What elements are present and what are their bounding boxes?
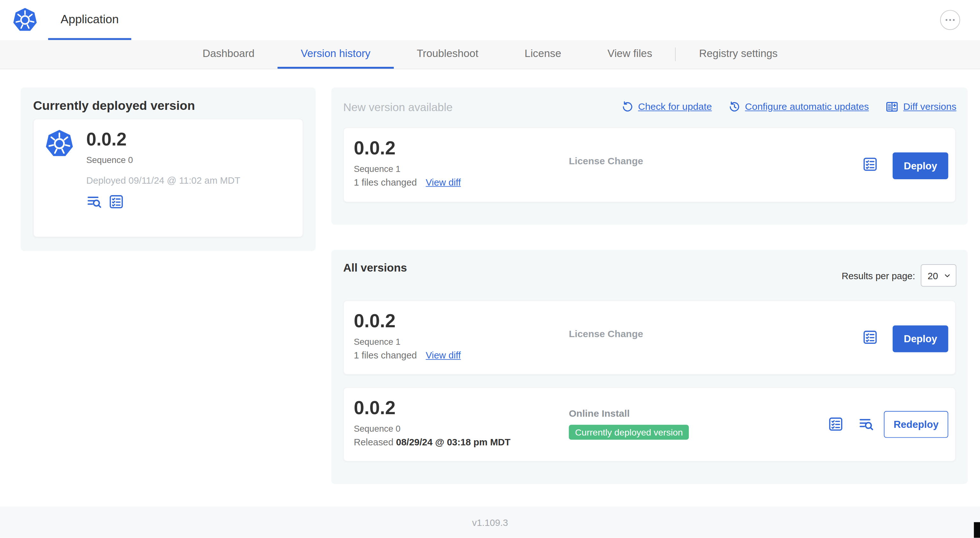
app-window: Application Dashboard Version history Tr… [0, 0, 980, 538]
tab-application[interactable]: Application [48, 0, 131, 40]
logs-icon [86, 194, 103, 210]
results-per-page-select[interactable]: 20 [921, 264, 956, 287]
new-version-actions: Check for update Configure automatic upd… [621, 100, 956, 114]
top-header: Application [0, 0, 980, 40]
files-changed-label: 1 files changed [354, 177, 417, 187]
view-logs-button[interactable] [86, 194, 103, 210]
diff-versions-label: Diff versions [903, 101, 956, 113]
subnav-tab-label: Troubleshoot [417, 47, 478, 60]
kubernetes-logo-icon [13, 8, 37, 32]
subnav-tab-license[interactable]: License [501, 40, 584, 69]
checklist-icon [862, 329, 878, 345]
version-sequence: Sequence 0 [354, 424, 401, 433]
more-options-button[interactable] [940, 10, 960, 30]
release-notes-button[interactable] [862, 156, 878, 173]
new-version-card: New version available Check for update C… [331, 87, 967, 225]
currently-deployed-title: Currently deployed version [33, 99, 195, 113]
release-notes-button[interactable] [862, 329, 878, 345]
files-changed-label: 1 files changed [354, 350, 417, 360]
checklist-icon [862, 156, 878, 173]
diff-icon [885, 100, 899, 114]
version-number: 0.0.2 [354, 398, 395, 418]
redeploy-button[interactable]: Redeploy [884, 411, 948, 438]
results-per-page-label: Results per page: [842, 270, 915, 281]
release-notes-button[interactable] [828, 416, 844, 432]
deploy-button[interactable]: Deploy [893, 325, 948, 352]
subnav-tab-label: Registry settings [699, 47, 778, 60]
view-diff-link[interactable]: View diff [426, 177, 461, 187]
subnav-tab-label: Version history [301, 47, 371, 60]
released-date: 08/29/24 @ 03:18 pm MDT [396, 436, 511, 447]
subnav-tab-version-history[interactable]: Version history [277, 40, 393, 69]
version-number: 0.0.2 [354, 311, 395, 331]
deployed-sequence: Sequence 0 [86, 155, 240, 165]
footer: v1.109.3 [0, 506, 980, 538]
results-per-page: Results per page: 20 [842, 264, 956, 287]
new-version-row: 0.0.2 Sequence 1 1 files changed View di… [343, 127, 956, 202]
new-version-title: New version available [343, 101, 453, 114]
version-source: License Change [569, 156, 643, 167]
view-diff-link[interactable]: View diff [426, 350, 461, 360]
configure-automatic-updates-link[interactable]: Configure automatic updates [728, 101, 869, 113]
subnav-tab-label: Dashboard [203, 47, 255, 60]
results-per-page-value: 20 [928, 270, 938, 281]
scrollbar-thumb[interactable] [974, 522, 980, 538]
kubernetes-logo-icon [45, 129, 73, 158]
tab-application-label: Application [60, 12, 119, 26]
refresh-icon [621, 101, 634, 113]
logs-icon [858, 416, 875, 432]
subnav-tab-dashboard[interactable]: Dashboard [179, 40, 277, 69]
chevron-down-icon [943, 271, 951, 279]
deployed-timestamp: Deployed 09/11/24 @ 11:02 am MDT [86, 175, 240, 185]
release-notes-button[interactable] [108, 194, 124, 210]
view-logs-button[interactable] [858, 416, 875, 432]
checklist-icon [108, 194, 124, 210]
app-subnav: Dashboard Version history Troubleshoot L… [0, 40, 980, 70]
all-versions-card: All versions Results per page: 20 0.0.2 … [331, 250, 967, 484]
subnav-tab-troubleshoot[interactable]: Troubleshoot [393, 40, 501, 69]
schedule-icon [728, 101, 740, 113]
version-sequence: Sequence 1 [354, 337, 401, 347]
deploy-button[interactable]: Deploy [893, 152, 948, 179]
version-sequence: Sequence 1 [354, 163, 401, 173]
main-content: Currently deployed version 0.0.2 Sequenc… [0, 70, 980, 506]
deployed-version-number: 0.0.2 [86, 129, 240, 149]
subnav-tab-registry-settings[interactable]: Registry settings [676, 40, 801, 69]
console-version: v1.109.3 [472, 517, 508, 527]
currently-deployed-badge: Currently deployed version [569, 425, 689, 440]
version-row: 0.0.2 Sequence 0 Released 08/29/24 @ 03:… [343, 387, 956, 461]
version-row: 0.0.2 Sequence 1 1 files changed View di… [343, 300, 956, 375]
configure-automatic-updates-label: Configure automatic updates [745, 101, 869, 113]
check-for-update-label: Check for update [638, 101, 712, 113]
subnav-tab-label: License [525, 47, 562, 60]
released-timestamp: Released 08/29/24 @ 03:18 pm MDT [354, 436, 511, 447]
diff-versions-link[interactable]: Diff versions [885, 100, 956, 114]
check-for-update-link[interactable]: Check for update [621, 101, 712, 113]
all-versions-title: All versions [343, 262, 407, 275]
subnav-tab-view-files[interactable]: View files [584, 40, 675, 69]
released-label: Released [354, 436, 393, 447]
currently-deployed-inner-card: 0.0.2 Sequence 0 Deployed 09/11/24 @ 11:… [33, 119, 303, 238]
ellipsis-icon [944, 14, 956, 26]
checklist-icon [828, 416, 844, 432]
version-source: License Change [569, 329, 643, 340]
subnav-tab-label: View files [608, 47, 652, 60]
version-number: 0.0.2 [354, 138, 395, 158]
version-source: Online Install [569, 408, 630, 419]
currently-deployed-card: Currently deployed version 0.0.2 Sequenc… [21, 87, 316, 251]
